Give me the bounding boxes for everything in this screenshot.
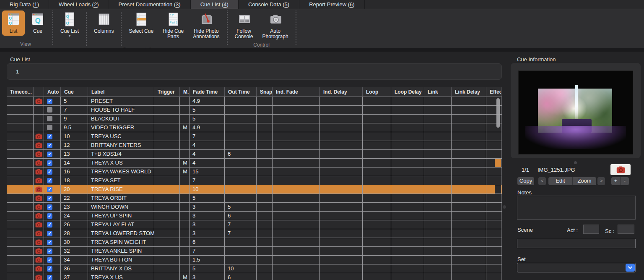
auto-checkbox[interactable]: ✓ bbox=[47, 99, 52, 104]
auto-checkbox[interactable]: ✓ bbox=[47, 275, 52, 280]
auto-checkbox[interactable]: ✓ bbox=[47, 169, 52, 175]
auto-checkbox[interactable]: ✓ bbox=[47, 249, 52, 254]
cue-list-selector[interactable]: 1 bbox=[7, 63, 502, 80]
column-header-ind_fade[interactable]: Ind. Fade bbox=[273, 87, 320, 97]
cue-row-37[interactable]: ✓37TREYA X USM36 bbox=[7, 273, 502, 280]
column-header-snap[interactable]: Snap bbox=[257, 87, 273, 97]
cue-row-13[interactable]: ✓13T+B XDS1/446 bbox=[7, 150, 502, 159]
cell-auto[interactable]: ✓ bbox=[44, 176, 61, 185]
cue-row-16[interactable]: ✓16TREYA WAKES WORLDM15 bbox=[7, 167, 502, 176]
cue-row-14[interactable]: ✓14TREYA X USM4 bbox=[7, 159, 502, 167]
auto-photograph-button[interactable]: Auto Photograph bbox=[259, 10, 292, 41]
column-header-label[interactable]: Label bbox=[88, 87, 154, 97]
column-header-loop_delay[interactable]: Loop Delay bbox=[391, 87, 424, 97]
tab-preset-documentation[interactable]: Preset Documentation (3) bbox=[109, 0, 191, 9]
photo-splitter-handle[interactable] bbox=[574, 161, 577, 164]
columns-button[interactable]: Columns bbox=[90, 10, 117, 36]
cell-auto[interactable]: ✓ bbox=[44, 203, 61, 211]
column-header-photo[interactable] bbox=[34, 87, 44, 97]
auto-checkbox[interactable]: ✓ bbox=[47, 213, 52, 219]
auto-checkbox[interactable]: ✓ bbox=[47, 266, 52, 272]
cue-row-30[interactable]: ✓30TREYA SPIN WEIGHT6 bbox=[7, 238, 502, 247]
auto-checkbox[interactable]: ✓ bbox=[47, 152, 52, 157]
cue-list-button[interactable]: QQCue List▼ bbox=[57, 10, 83, 39]
cell-auto[interactable]: ✓ bbox=[44, 185, 61, 194]
select-cue-button[interactable]: 12345Select Cue bbox=[125, 10, 157, 36]
cue-row-26[interactable]: ✓26TREYA LAY FLAT37 bbox=[7, 220, 502, 229]
add-photo-button[interactable]: + bbox=[611, 177, 620, 185]
cell-auto[interactable]: ✓ bbox=[44, 273, 61, 280]
tab-rig-data[interactable]: Rig Data (1) bbox=[0, 0, 49, 9]
auto-checkbox[interactable]: ✓ bbox=[47, 143, 52, 148]
cue-list-selected-item[interactable]: 1 bbox=[7, 64, 501, 75]
cue-row-34[interactable]: ✓34TREYA BUTTON1.5 bbox=[7, 256, 502, 264]
cue-row-24[interactable]: ✓24TREYA UP SPIN36 bbox=[7, 212, 502, 220]
cell-auto[interactable] bbox=[44, 123, 61, 132]
auto-checkbox[interactable]: ✓ bbox=[47, 231, 52, 236]
column-header-effect[interactable]: Effect bbox=[486, 87, 501, 97]
cue-row-9[interactable]: 9BLACKOUT5 bbox=[7, 115, 502, 123]
zoom-photo-button[interactable]: Zoom bbox=[572, 177, 596, 185]
auto-checkbox[interactable]: ✓ bbox=[47, 204, 52, 210]
tab-report-preview[interactable]: Report Preview (6) bbox=[299, 0, 364, 9]
vertical-scrollbar-thumb[interactable] bbox=[496, 98, 500, 128]
cell-auto[interactable]: ✓ bbox=[44, 229, 61, 238]
auto-checkbox[interactable]: ✓ bbox=[47, 257, 52, 263]
cell-auto[interactable]: ✓ bbox=[44, 256, 61, 264]
cell-auto[interactable]: ✓ bbox=[44, 141, 61, 149]
column-header-trigger[interactable]: Trigger bbox=[154, 87, 180, 97]
cell-auto[interactable]: ✓ bbox=[44, 194, 61, 202]
act-input[interactable] bbox=[583, 225, 599, 234]
remove-photo-button[interactable]: - bbox=[620, 177, 629, 185]
set-dropdown[interactable] bbox=[517, 263, 636, 272]
cell-auto[interactable] bbox=[44, 106, 61, 114]
cue-row-12[interactable]: ✓12BRITTANY ENTERS4 bbox=[7, 141, 502, 150]
cue-row-23[interactable]: ✓23WINCH DOWN35 bbox=[7, 203, 502, 212]
cell-auto[interactable]: ✓ bbox=[44, 97, 61, 105]
cell-auto[interactable]: ✓ bbox=[44, 167, 61, 176]
prev-photo-button[interactable]: < bbox=[538, 177, 546, 185]
hide-photo-annotations-button[interactable]: Hide Photo Annotations bbox=[189, 10, 223, 41]
column-header-timecode[interactable]: Timeco... bbox=[7, 87, 34, 97]
sc-input[interactable] bbox=[618, 225, 634, 234]
cell-auto[interactable]: ✓ bbox=[44, 212, 61, 220]
cell-auto[interactable]: ✓ bbox=[44, 264, 61, 273]
list-button[interactable]: QQList bbox=[2, 10, 25, 36]
cue-row-9.5[interactable]: 9.5VIDEO TRIGGERM4.9 bbox=[7, 123, 502, 132]
tab-console-data[interactable]: Console Data (5) bbox=[239, 0, 299, 9]
cue-row-32[interactable]: ✓32TREYA ANKLE SPIN7 bbox=[7, 247, 502, 256]
cell-auto[interactable]: ✓ bbox=[44, 238, 61, 246]
hide-cue-parts-button[interactable]: 17Part 1Hide Cue Parts bbox=[159, 10, 187, 41]
auto-checkbox[interactable]: ✓ bbox=[47, 134, 52, 139]
cue-row-36[interactable]: ✓36BRITTANY X DS510 bbox=[7, 264, 502, 273]
auto-checkbox[interactable] bbox=[47, 107, 52, 113]
cell-auto[interactable]: ✓ bbox=[44, 150, 61, 158]
column-header-out[interactable]: Out Time bbox=[225, 87, 257, 97]
scene-input[interactable] bbox=[517, 239, 636, 248]
column-header-fade[interactable]: Fade Time bbox=[190, 87, 225, 97]
next-photo-button[interactable]: > bbox=[597, 177, 605, 185]
copy-button[interactable]: Copy bbox=[517, 177, 534, 185]
cell-auto[interactable]: ✓ bbox=[44, 132, 61, 141]
take-photo-button[interactable] bbox=[610, 164, 631, 175]
auto-checkbox[interactable] bbox=[47, 125, 52, 130]
cell-auto[interactable]: ✓ bbox=[44, 220, 61, 229]
auto-checkbox[interactable]: ✓ bbox=[47, 240, 52, 245]
cue-row-20[interactable]: ✓20TREYA RISE10 bbox=[7, 185, 502, 194]
follow-console-button[interactable]: Follow Console bbox=[231, 10, 257, 41]
column-header-loop[interactable]: Loop bbox=[363, 87, 391, 97]
cue-row-5[interactable]: ✓5PRESET4.9 bbox=[7, 97, 502, 106]
auto-checkbox[interactable]: ✓ bbox=[47, 178, 52, 183]
column-header-link[interactable]: Link bbox=[424, 87, 452, 97]
column-header-link_delay[interactable]: Link Delay bbox=[452, 87, 486, 97]
column-header-cue[interactable]: Cue bbox=[61, 87, 88, 97]
tab-wheel-loads[interactable]: Wheel Loads (2) bbox=[49, 0, 109, 9]
cue-row-28[interactable]: ✓28TREYA LOWERED STOM37 bbox=[7, 229, 502, 238]
cell-auto[interactable] bbox=[44, 115, 61, 123]
auto-checkbox[interactable]: ✓ bbox=[47, 196, 52, 201]
cell-auto[interactable]: ✓ bbox=[44, 247, 61, 255]
auto-checkbox[interactable]: ✓ bbox=[47, 187, 52, 192]
chevron-down-icon[interactable] bbox=[626, 264, 635, 272]
cue-row-18[interactable]: ✓18TREYA SET7 bbox=[7, 176, 502, 185]
cue-row-22[interactable]: ✓22TREYA ORBIT5 bbox=[7, 194, 502, 203]
